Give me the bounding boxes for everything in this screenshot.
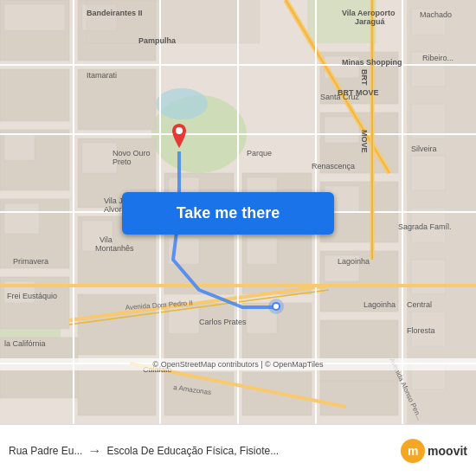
- moovit-label: moovit: [428, 444, 467, 458]
- svg-text:Novo Ouro: Novo Ouro: [113, 149, 151, 158]
- svg-text:Machado: Machado: [420, 10, 452, 19]
- svg-text:Carlos Prates: Carlos Prates: [199, 318, 247, 326]
- svg-text:Floresta: Floresta: [407, 326, 435, 335]
- origin-pin: [169, 124, 190, 155]
- map-container: Bandeirantes II Pampulha Itamarati Vila …: [0, 0, 476, 424]
- svg-text:Renascença: Renascença: [312, 162, 355, 170]
- svg-point-112: [273, 304, 279, 309]
- svg-point-109: [176, 127, 183, 134]
- svg-text:Parque: Parque: [247, 149, 272, 158]
- svg-rect-6: [4, 4, 65, 30]
- svg-rect-46: [320, 320, 398, 381]
- svg-text:Minas Shopping: Minas Shopping: [342, 58, 402, 67]
- svg-text:Preto: Preto: [113, 158, 132, 166]
- destination-pin: [268, 299, 284, 318]
- svg-text:Sagrada Famíl.: Sagrada Famíl.: [398, 222, 452, 231]
- svg-text:BRT: BRT: [360, 69, 369, 86]
- take-me-there-button[interactable]: Take me there: [122, 192, 334, 235]
- moovit-icon: m: [401, 439, 425, 463]
- svg-rect-41: [325, 117, 359, 143]
- svg-text:Vila: Vila: [100, 235, 113, 244]
- svg-text:Silveira: Silveira: [411, 145, 437, 153]
- svg-rect-11: [4, 203, 39, 234]
- svg-rect-19: [82, 143, 117, 173]
- map-attribution: © OpenStreetMap contributors | © OpenMap…: [0, 358, 476, 370]
- moovit-logo: m moovit: [401, 439, 467, 463]
- svg-text:Lagoinha: Lagoinha: [338, 257, 370, 266]
- svg-text:Lagoinha: Lagoinha: [363, 300, 396, 309]
- svg-text:Ribeiro...: Ribeiro...: [422, 54, 453, 62]
- svg-rect-7: [0, 69, 69, 121]
- svg-text:Pampulha: Pampulha: [138, 36, 177, 45]
- svg-rect-34: [247, 238, 277, 264]
- svg-text:Central: Central: [407, 300, 432, 309]
- svg-text:Bandeirantes II: Bandeirantes II: [87, 9, 143, 17]
- arrow-icon: →: [87, 443, 101, 459]
- svg-rect-52: [411, 156, 446, 190]
- svg-rect-9: [4, 134, 35, 160]
- svg-text:MOVE: MOVE: [360, 130, 369, 153]
- destination-label: Escola De Educação Física, Fisiote...: [106, 445, 396, 457]
- svg-rect-47: [320, 381, 398, 415]
- svg-rect-54: [411, 260, 446, 294]
- svg-text:Montanhês: Montanhês: [95, 244, 134, 253]
- svg-text:Vila Aeroporto: Vila Aeroporto: [342, 9, 396, 17]
- bottom-bar: Rua Padre Eu... → Escola De Educação Fís…: [0, 424, 476, 476]
- svg-text:Itamarati: Itamarati: [87, 71, 117, 80]
- svg-text:la Califórnia: la Califórnia: [4, 339, 46, 348]
- svg-point-4: [156, 88, 208, 119]
- svg-text:Frei Eustáquio: Frei Eustáquio: [7, 292, 57, 300]
- svg-text:Jaraguá: Jaraguá: [355, 17, 386, 26]
- svg-text:Primavera: Primavera: [13, 257, 48, 266]
- svg-text:BRT MOVE: BRT MOVE: [338, 88, 379, 97]
- origin-label: Rua Padre Eu...: [9, 445, 82, 457]
